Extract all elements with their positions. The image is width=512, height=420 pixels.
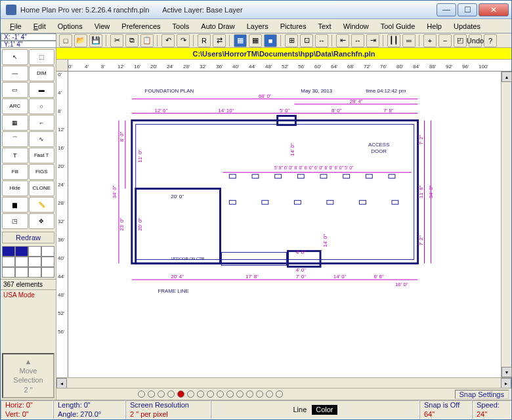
menu-pictures[interactable]: Pictures bbox=[275, 21, 312, 32]
snap-point-8[interactable] bbox=[217, 390, 224, 398]
scroll-down-icon[interactable]: ▾ bbox=[501, 367, 512, 377]
toolbar-layer-a[interactable]: ▦ bbox=[234, 34, 247, 47]
toolbar-new[interactable]: □ bbox=[59, 34, 72, 47]
toolbar-grid[interactable]: ⊞ bbox=[285, 34, 298, 47]
tool-zoom-fit[interactable]: ◳ bbox=[2, 213, 28, 229]
toolbar-align-r[interactable]: ⇥ bbox=[366, 34, 379, 47]
snap-point-4[interactable] bbox=[177, 390, 184, 398]
toolbar-zoom-out[interactable]: − bbox=[438, 34, 452, 47]
toolbar-dist-h[interactable]: ┃┃ bbox=[387, 34, 400, 47]
toolbar-layer-b[interactable]: ▦ bbox=[249, 34, 262, 47]
palette-10[interactable] bbox=[28, 267, 41, 278]
menu-edit[interactable]: Edit bbox=[28, 21, 51, 32]
close-button[interactable]: ✕ bbox=[479, 3, 509, 16]
menu-text[interactable]: Text bbox=[312, 21, 336, 32]
menu-window[interactable]: Window bbox=[338, 21, 374, 32]
snap-settings-button[interactable]: Snap Settings bbox=[455, 390, 509, 399]
tool-figs[interactable]: FIGS bbox=[29, 164, 55, 180]
palette-1[interactable] bbox=[15, 246, 28, 257]
snap-point-12[interactable] bbox=[256, 390, 263, 398]
tool-text[interactable]: T bbox=[2, 148, 28, 163]
palette-6[interactable] bbox=[28, 257, 41, 267]
tool-fast-text[interactable]: Fast T bbox=[29, 148, 55, 163]
palette-8[interactable] bbox=[2, 267, 15, 278]
palette-0[interactable] bbox=[2, 246, 15, 257]
toolbar-align-l[interactable]: ⇤ bbox=[336, 34, 349, 47]
tool-dimension[interactable]: DIM bbox=[29, 66, 55, 81]
toolbar-zoom-win[interactable]: ◰ bbox=[454, 34, 467, 47]
toolbar-dist-v[interactable]: ═ bbox=[402, 34, 416, 47]
scroll-up-icon[interactable]: ▴ bbox=[501, 72, 512, 82]
tool-curve[interactable]: ∿ bbox=[29, 131, 55, 147]
horizontal-scrollbar[interactable]: ◂ ▸ bbox=[56, 377, 511, 388]
drawing-canvas[interactable]: FOUNDATION PLAN May 30, 2013 time 04:12:… bbox=[68, 72, 501, 377]
tool-polyline[interactable]: ⌒ bbox=[2, 131, 28, 147]
toolbar-copy[interactable]: ⧉ bbox=[125, 34, 139, 47]
tool-fill[interactable]: Fill bbox=[2, 164, 28, 180]
snap-point-14[interactable] bbox=[276, 390, 283, 398]
tool-line[interactable]: — bbox=[2, 66, 28, 81]
palette-4[interactable] bbox=[2, 257, 15, 267]
palette-2[interactable] bbox=[28, 246, 41, 257]
tool-pan[interactable]: ✥ bbox=[29, 213, 55, 229]
snap-point-10[interactable] bbox=[236, 390, 244, 398]
snap-point-0[interactable] bbox=[138, 390, 145, 398]
toolbar-cut[interactable]: ✂ bbox=[110, 34, 123, 47]
palette-9[interactable] bbox=[15, 267, 28, 278]
minimize-button[interactable]: — bbox=[437, 3, 456, 16]
tool-circle[interactable]: ○ bbox=[29, 98, 55, 114]
snap-point-1[interactable] bbox=[148, 390, 155, 398]
toolbar-open[interactable]: 📂 bbox=[74, 34, 87, 47]
tool-clone[interactable]: CLONE bbox=[29, 180, 55, 196]
menu-tool-guide[interactable]: Tool Guide bbox=[375, 21, 421, 32]
palette-7[interactable] bbox=[41, 257, 54, 267]
snap-point-3[interactable] bbox=[167, 390, 175, 398]
toolbar-redo[interactable]: ↷ bbox=[177, 34, 190, 47]
snap-point-11[interactable] bbox=[246, 390, 253, 398]
toolbar-help2[interactable]: ? bbox=[484, 34, 497, 47]
snap-point-9[interactable] bbox=[226, 390, 234, 398]
snap-point-5[interactable] bbox=[187, 390, 194, 398]
tool-color[interactable]: ▆ bbox=[2, 197, 28, 213]
menu-layers[interactable]: Layers bbox=[242, 21, 274, 32]
menu-updates[interactable]: Updates bbox=[448, 21, 486, 32]
toolbar-align-c[interactable]: ↔ bbox=[351, 34, 364, 47]
menu-file[interactable]: FFileile bbox=[5, 21, 27, 32]
toolbar-zoom-in[interactable]: + bbox=[423, 34, 437, 47]
scroll-right-icon[interactable]: ▸ bbox=[501, 378, 511, 388]
status-color[interactable]: Color bbox=[312, 405, 337, 415]
menu-tools[interactable]: Tools bbox=[167, 21, 195, 32]
toolbar-save[interactable]: 💾 bbox=[89, 34, 102, 47]
snap-point-7[interactable] bbox=[207, 390, 214, 398]
vertical-scrollbar[interactable]: ▴ ▾ bbox=[501, 72, 511, 377]
redraw-button[interactable]: Redraw bbox=[2, 232, 54, 243]
palette-5[interactable] bbox=[15, 257, 28, 267]
palette-3[interactable] bbox=[41, 246, 54, 257]
tool-rect[interactable]: ▭ bbox=[2, 82, 28, 98]
menu-preferences[interactable]: Preferences bbox=[116, 21, 165, 32]
tool-door[interactable]: ⌐ bbox=[29, 115, 55, 131]
menu-help[interactable]: Help bbox=[421, 21, 447, 32]
toolbar-layer-c[interactable]: ■ bbox=[264, 34, 277, 47]
toolbar-undo2[interactable]: Undo bbox=[469, 34, 482, 47]
tool-select-arrow[interactable]: ↖ bbox=[2, 49, 28, 65]
scroll-left-icon[interactable]: ◂ bbox=[56, 378, 67, 388]
tool-rect-fill[interactable]: ▬ bbox=[29, 82, 55, 98]
tool-hide[interactable]: Hide bbox=[2, 180, 28, 196]
snap-point-6[interactable] bbox=[197, 390, 204, 398]
toolbar-undo[interactable]: ↶ bbox=[161, 34, 175, 47]
toolbar-paste[interactable]: 📋 bbox=[140, 34, 154, 47]
menu-view[interactable]: View bbox=[89, 21, 116, 32]
menu-options[interactable]: Options bbox=[53, 21, 88, 32]
menu-auto-draw[interactable]: Auto Draw bbox=[196, 21, 240, 32]
toolbar-rotate[interactable]: R bbox=[198, 34, 211, 47]
snap-point-2[interactable] bbox=[158, 390, 165, 398]
tool-measure[interactable]: 📏 bbox=[29, 197, 55, 213]
palette-11[interactable] bbox=[41, 267, 54, 278]
tool-area-select[interactable]: ⬚ bbox=[29, 49, 55, 65]
maximize-button[interactable]: ☐ bbox=[458, 3, 477, 16]
tool-wall[interactable]: ▦ bbox=[2, 115, 28, 131]
tool-arc[interactable]: ARC bbox=[2, 98, 28, 114]
color-palette[interactable] bbox=[2, 246, 54, 278]
snap-point-13[interactable] bbox=[266, 390, 273, 398]
